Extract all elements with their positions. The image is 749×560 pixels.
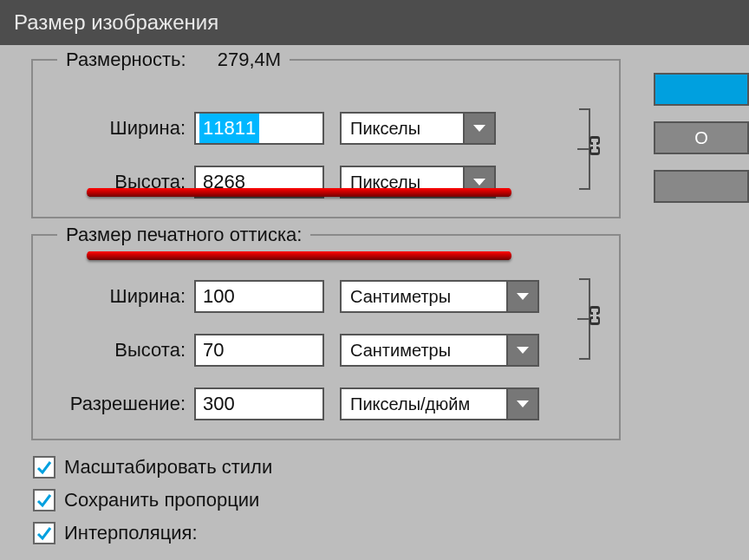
keep-ratio-checkbox[interactable]: [33, 489, 55, 511]
print-size-legend: Размер печатного оттиска:: [57, 224, 310, 246]
scale-styles-checkbox[interactable]: [33, 456, 55, 479]
constrain-link-bracket: [576, 102, 610, 189]
cancel-button[interactable]: О: [654, 121, 749, 154]
pixel-dimensions-size: 279,4M: [218, 49, 281, 71]
button-stack: О: [654, 73, 749, 203]
resolution-unit-dropdown[interactable]: Пикселы/дюйм: [340, 387, 539, 420]
resolution-input[interactable]: [194, 387, 324, 420]
dialog-title: Размер изображения: [14, 10, 218, 35]
interpolation-checkbox[interactable]: [33, 522, 55, 544]
print-height-unit-value: Сантиметры: [342, 335, 506, 365]
ok-button[interactable]: [654, 73, 749, 106]
print-width-unit-dropdown[interactable]: Сантиметры: [340, 280, 539, 313]
print-width-input[interactable]: [194, 280, 324, 313]
print-height-label: Высота:: [47, 339, 194, 361]
interpolation-label: Интерполяция:: [64, 522, 198, 544]
content-area: Размерность: 279,4M Ширина: 11811 Пиксел…: [0, 45, 749, 544]
scale-styles-row: Масштабировать стили: [33, 456, 749, 479]
pixel-width-input[interactable]: 11811: [194, 112, 324, 145]
dropdown-button[interactable]: [506, 282, 537, 311]
pixel-dimensions-legend: Размерность: 279,4M: [57, 49, 290, 71]
chevron-down-icon: [473, 125, 485, 132]
dropdown-button[interactable]: [463, 114, 494, 143]
pixel-width-value: 11811: [199, 114, 259, 143]
print-height-unit-dropdown[interactable]: Сантиметры: [340, 334, 539, 367]
pixel-width-label: Ширина:: [47, 117, 194, 140]
keep-ratio-row: Сохранить пропорции: [33, 489, 749, 511]
annotation-stroke: [87, 188, 511, 197]
pixel-width-row: Ширина: 11811 Пикселы: [47, 109, 605, 147]
print-height-input[interactable]: [194, 334, 324, 367]
scale-styles-label: Масштабировать стили: [64, 456, 272, 479]
resolution-unit-value: Пикселы/дюйм: [342, 389, 506, 419]
chevron-down-icon: [473, 179, 485, 186]
print-height-row: Высота: Сантиметры: [47, 331, 605, 369]
chevron-down-icon: [517, 293, 529, 300]
constrain-link-bracket: [576, 272, 610, 359]
auto-button[interactable]: [654, 170, 749, 203]
dropdown-button[interactable]: [506, 389, 537, 419]
pixel-width-unit-dropdown[interactable]: Пикселы: [340, 112, 496, 145]
keep-ratio-label: Сохранить пропорции: [64, 489, 259, 511]
print-size-group: Размер печатного оттиска: Ширина: Сантим…: [31, 234, 621, 440]
check-icon: [36, 492, 53, 509]
titlebar: Размер изображения: [0, 0, 749, 45]
resolution-row: Разрешение: Пикселы/дюйм: [47, 385, 605, 423]
check-icon: [36, 459, 53, 476]
print-width-label: Ширина:: [47, 285, 194, 308]
dropdown-button[interactable]: [506, 335, 537, 365]
print-width-row: Ширина: Сантиметры: [47, 277, 605, 316]
chevron-down-icon: [517, 347, 529, 354]
resolution-label: Разрешение:: [47, 393, 194, 415]
print-width-unit-value: Сантиметры: [342, 282, 506, 311]
check-icon: [36, 524, 53, 542]
pixel-width-unit-value: Пикселы: [342, 114, 463, 143]
legend-text: Размерность:: [66, 49, 186, 70]
annotation-stroke: [87, 251, 511, 260]
interpolation-row: Интерполяция:: [33, 522, 749, 544]
chevron-down-icon: [517, 400, 529, 407]
